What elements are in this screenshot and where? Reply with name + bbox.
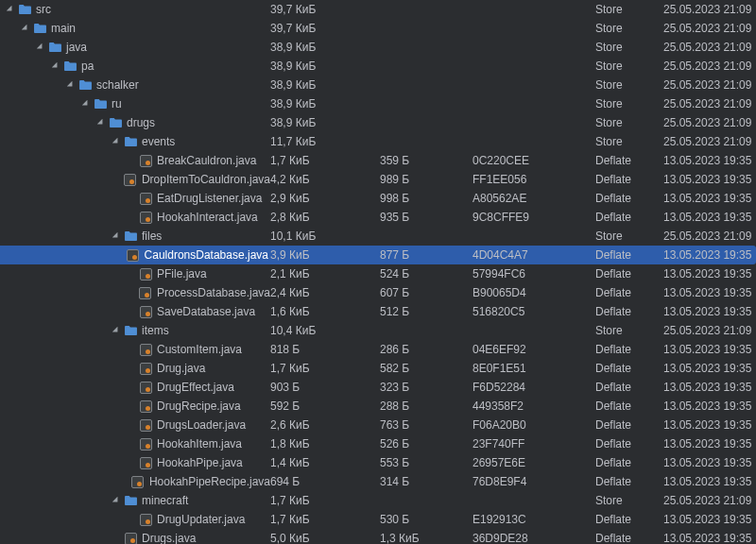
tree-folder-row[interactable]: minecraft1,7 КиБStore25.05.2023 21:09 xyxy=(0,491,756,510)
folder-icon xyxy=(93,96,108,111)
packed-cell: 1,3 КиБ xyxy=(380,529,472,544)
tree-file-row[interactable]: DrugsLoader.java2,6 КиБ763 БF06A20B0Defl… xyxy=(0,416,756,434)
tree-file-row[interactable]: ProcessDatabase.java2,4 КиБ607 БB90065D4… xyxy=(0,283,756,302)
crc-cell: 9C8CFFE9 xyxy=(472,208,595,227)
archive-tree[interactable]: src39,7 КиБStore25.05.2023 21:09main39,7… xyxy=(0,0,756,544)
date-cell: 13.05.2023 19:35 xyxy=(663,529,751,544)
tree-folder-row[interactable]: schalker38,9 КиБStore25.05.2023 21:09 xyxy=(0,76,756,94)
crc-cell: 449358F2 xyxy=(472,397,595,416)
tree-file-row[interactable]: HookahItem.java1,8 КиБ526 Б23F740FFDefla… xyxy=(0,434,756,453)
expander-icon[interactable] xyxy=(79,94,93,113)
crc-cell: 76D8E9F4 xyxy=(472,472,595,491)
expander-icon[interactable] xyxy=(110,491,123,510)
file-name-label: DrugsLoader.java xyxy=(156,416,246,434)
crc-cell: 36D9DE28 xyxy=(472,529,595,544)
crc-cell: 0C220CEE xyxy=(472,151,595,170)
method-cell: Deflate xyxy=(595,378,663,397)
tree-folder-row[interactable]: files10,1 КиБStore25.05.2023 21:09 xyxy=(0,227,756,246)
tree-file-row[interactable]: DrugUpdater.java1,7 КиБ530 БE192913CDefl… xyxy=(0,510,756,529)
date-cell: 25.05.2023 21:09 xyxy=(663,227,751,246)
expander-icon[interactable] xyxy=(110,227,123,246)
date-cell: 25.05.2023 21:09 xyxy=(663,113,751,132)
java-file-icon xyxy=(126,247,141,263)
folder-icon xyxy=(62,59,77,74)
file-name-label: EatDrugListener.java xyxy=(156,189,262,208)
expander-icon[interactable] xyxy=(64,76,77,94)
java-file-icon xyxy=(138,153,153,168)
method-cell: Store xyxy=(595,76,663,94)
date-cell: 13.05.2023 19:35 xyxy=(663,434,751,453)
file-name-label: DrugRecipe.java xyxy=(156,397,241,416)
packed-cell: 512 Б xyxy=(380,302,472,321)
tree-folder-row[interactable]: events11,7 КиБStore25.05.2023 21:09 xyxy=(0,132,756,151)
file-name-label: HookahPipe.java xyxy=(156,453,243,472)
expander-placeholder xyxy=(110,529,123,544)
file-name-label: drugs xyxy=(126,113,155,132)
file-name-label: BreakCauldron.java xyxy=(156,151,256,170)
method-cell: Deflate xyxy=(595,510,663,529)
tree-folder-row[interactable]: main39,7 КиБStore25.05.2023 21:09 xyxy=(0,19,756,38)
method-cell: Deflate xyxy=(595,340,663,359)
tree-file-row[interactable]: EatDrugListener.java2,9 КиБ998 БA80562AE… xyxy=(0,189,756,208)
tree-file-row[interactable]: HookahPipe.java1,4 КиБ553 Б26957E6EDefla… xyxy=(0,453,756,472)
method-cell: Deflate xyxy=(595,359,663,378)
date-cell: 13.05.2023 19:35 xyxy=(663,189,751,208)
expander-icon[interactable] xyxy=(110,321,123,340)
tree-folder-row[interactable]: drugs38,9 КиБStore25.05.2023 21:09 xyxy=(0,113,756,132)
tree-folder-row[interactable]: items10,4 КиБStore25.05.2023 21:09 xyxy=(0,321,756,340)
folder-icon xyxy=(123,323,138,338)
expander-icon[interactable] xyxy=(94,113,108,132)
tree-file-row[interactable]: Drug.java1,7 КиБ582 Б8E0F1E51Deflate13.0… xyxy=(0,359,756,378)
method-cell: Deflate xyxy=(595,246,663,264)
tree-file-row[interactable]: DrugEffect.java903 Б323 БF6D52284Deflate… xyxy=(0,378,756,397)
tree-file-row[interactable]: HookahInteract.java2,8 КиБ935 Б9C8CFFE9D… xyxy=(0,208,756,227)
tree-folder-row[interactable]: src39,7 КиБStore25.05.2023 21:09 xyxy=(0,0,756,19)
expander-icon[interactable] xyxy=(49,57,62,76)
java-file-icon xyxy=(123,172,138,187)
size-cell: 39,7 КиБ xyxy=(270,19,380,38)
tree-file-row[interactable]: DrugRecipe.java592 Б288 Б449358F2Deflate… xyxy=(0,397,756,416)
folder-icon xyxy=(17,2,32,17)
date-cell: 25.05.2023 21:09 xyxy=(663,0,751,19)
date-cell: 25.05.2023 21:09 xyxy=(663,19,751,38)
method-cell: Store xyxy=(595,57,663,76)
file-name-label: ru xyxy=(111,94,122,113)
tree-file-row[interactable]: HookahPipeRecipe.java694 Б314 Б76D8E9F4D… xyxy=(0,472,756,491)
method-cell: Deflate xyxy=(595,453,663,472)
tree-folder-row[interactable]: ru38,9 КиБStore25.05.2023 21:09 xyxy=(0,94,756,113)
date-cell: 13.05.2023 19:35 xyxy=(663,151,751,170)
java-file-icon xyxy=(138,399,153,414)
expander-icon[interactable] xyxy=(110,132,123,151)
folder-icon xyxy=(47,40,62,55)
tree-file-row[interactable]: CustomItem.java818 Б286 Б04E6EF92Deflate… xyxy=(0,340,756,359)
tree-file-row[interactable]: DropItemToCauldron.java4,2 КиБ989 БFF1EE… xyxy=(0,170,756,189)
tree-folder-row[interactable]: pa38,9 КиБStore25.05.2023 21:09 xyxy=(0,57,756,76)
tree-file-row[interactable]: SaveDatabase.java1,6 КиБ512 Б516820C5Def… xyxy=(0,302,756,321)
tree-file-row[interactable]: BreakCauldron.java1,7 КиБ359 Б0C220CEEDe… xyxy=(0,151,756,170)
expander-icon[interactable] xyxy=(34,38,47,57)
packed-cell: 286 Б xyxy=(380,340,472,359)
method-cell: Deflate xyxy=(595,529,663,544)
size-cell: 38,9 КиБ xyxy=(270,38,380,57)
tree-file-row[interactable]: PFile.java2,1 КиБ524 Б57994FC6Deflate13.… xyxy=(0,264,756,283)
packed-cell: 526 Б xyxy=(380,434,472,453)
expander-icon[interactable] xyxy=(19,19,32,38)
crc-cell: 516820C5 xyxy=(472,302,595,321)
tree-file-row[interactable]: CauldronsDatabase.java3,9 КиБ877 Б4D04C4… xyxy=(0,246,756,264)
tree-file-row[interactable]: Drugs.java5,0 КиБ1,3 КиБ36D9DE28Deflate1… xyxy=(0,529,756,544)
date-cell: 13.05.2023 19:35 xyxy=(663,302,751,321)
tree-folder-row[interactable]: java38,9 КиБStore25.05.2023 21:09 xyxy=(0,38,756,57)
file-name-label: main xyxy=(50,19,76,38)
expander-icon[interactable] xyxy=(4,0,17,19)
file-name-label: src xyxy=(35,0,51,19)
size-cell: 592 Б xyxy=(270,397,380,416)
method-cell: Store xyxy=(595,0,663,19)
size-cell: 2,1 КиБ xyxy=(270,264,380,283)
size-cell: 39,7 КиБ xyxy=(270,0,380,19)
file-name-label: pa xyxy=(80,57,94,76)
crc-cell: 23F740FF xyxy=(472,434,595,453)
folder-icon xyxy=(77,77,93,93)
size-cell: 11,7 КиБ xyxy=(270,132,380,151)
java-file-icon xyxy=(138,210,153,225)
folder-icon xyxy=(32,21,47,36)
